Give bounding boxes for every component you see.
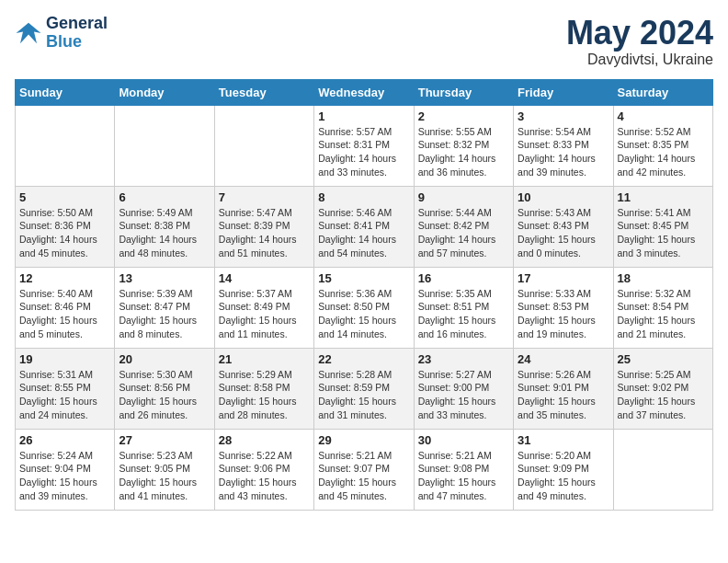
- day-number: 24: [518, 352, 609, 366]
- day-number: 21: [219, 352, 310, 366]
- calendar-cell: 26Sunrise: 5:24 AM Sunset: 9:04 PM Dayli…: [16, 429, 115, 510]
- day-number: 7: [219, 190, 310, 204]
- day-info: Sunrise: 5:52 AM Sunset: 8:35 PM Dayligh…: [618, 125, 709, 179]
- day-info: Sunrise: 5:22 AM Sunset: 9:06 PM Dayligh…: [219, 449, 310, 503]
- calendar-cell: 8Sunrise: 5:46 AM Sunset: 8:41 PM Daylig…: [314, 186, 414, 267]
- day-info: Sunrise: 5:24 AM Sunset: 9:04 PM Dayligh…: [19, 449, 110, 503]
- day-info: Sunrise: 5:31 AM Sunset: 8:55 PM Dayligh…: [19, 368, 110, 422]
- calendar-cell: 11Sunrise: 5:41 AM Sunset: 8:45 PM Dayli…: [613, 186, 712, 267]
- day-number: 13: [119, 271, 210, 285]
- day-info: Sunrise: 5:43 AM Sunset: 8:43 PM Dayligh…: [518, 206, 609, 260]
- header-saturday: Saturday: [613, 79, 712, 105]
- calendar-table: SundayMondayTuesdayWednesdayThursdayFrid…: [15, 79, 713, 511]
- calendar-cell: 4Sunrise: 5:52 AM Sunset: 8:35 PM Daylig…: [613, 105, 712, 186]
- day-number: 17: [518, 271, 609, 285]
- header-thursday: Thursday: [414, 79, 513, 105]
- calendar-cell: 12Sunrise: 5:40 AM Sunset: 8:46 PM Dayli…: [16, 267, 115, 348]
- logo: General Blue: [15, 15, 108, 52]
- week-row-1: 1Sunrise: 5:57 AM Sunset: 8:31 PM Daylig…: [16, 105, 713, 186]
- week-row-4: 19Sunrise: 5:31 AM Sunset: 8:55 PM Dayli…: [16, 348, 713, 429]
- header-wednesday: Wednesday: [314, 79, 414, 105]
- calendar-cell: [214, 105, 313, 186]
- calendar-cell: 27Sunrise: 5:23 AM Sunset: 9:05 PM Dayli…: [115, 429, 214, 510]
- day-info: Sunrise: 5:50 AM Sunset: 8:36 PM Dayligh…: [19, 206, 110, 260]
- day-number: 19: [19, 352, 110, 366]
- week-row-5: 26Sunrise: 5:24 AM Sunset: 9:04 PM Dayli…: [16, 429, 713, 510]
- day-info: Sunrise: 5:37 AM Sunset: 8:49 PM Dayligh…: [219, 287, 310, 341]
- calendar-cell: 18Sunrise: 5:32 AM Sunset: 8:54 PM Dayli…: [613, 267, 712, 348]
- day-info: Sunrise: 5:40 AM Sunset: 8:46 PM Dayligh…: [19, 287, 110, 341]
- day-info: Sunrise: 5:49 AM Sunset: 8:38 PM Dayligh…: [119, 206, 210, 260]
- day-info: Sunrise: 5:25 AM Sunset: 9:02 PM Dayligh…: [618, 368, 709, 422]
- day-number: 30: [418, 433, 509, 447]
- month-title: May 2024: [566, 15, 713, 52]
- calendar-cell: 22Sunrise: 5:28 AM Sunset: 8:59 PM Dayli…: [314, 348, 414, 429]
- day-number: 27: [119, 433, 210, 447]
- calendar-cell: 1Sunrise: 5:57 AM Sunset: 8:31 PM Daylig…: [314, 105, 414, 186]
- day-info: Sunrise: 5:47 AM Sunset: 8:39 PM Dayligh…: [219, 206, 310, 260]
- calendar-cell: [613, 429, 712, 510]
- calendar-cell: 2Sunrise: 5:55 AM Sunset: 8:32 PM Daylig…: [414, 105, 513, 186]
- calendar-cell: 13Sunrise: 5:39 AM Sunset: 8:47 PM Dayli…: [115, 267, 214, 348]
- day-number: 29: [318, 433, 409, 447]
- calendar-cell: 10Sunrise: 5:43 AM Sunset: 8:43 PM Dayli…: [514, 186, 613, 267]
- calendar-cell: 9Sunrise: 5:44 AM Sunset: 8:42 PM Daylig…: [414, 186, 513, 267]
- header-sunday: Sunday: [16, 79, 115, 105]
- day-number: 10: [518, 190, 609, 204]
- day-info: Sunrise: 5:35 AM Sunset: 8:51 PM Dayligh…: [418, 287, 509, 341]
- calendar-header-row: SundayMondayTuesdayWednesdayThursdayFrid…: [16, 79, 713, 105]
- day-number: 12: [19, 271, 110, 285]
- logo-icon: [15, 19, 42, 47]
- day-number: 22: [318, 352, 409, 366]
- day-number: 5: [19, 190, 110, 204]
- day-info: Sunrise: 5:36 AM Sunset: 8:50 PM Dayligh…: [318, 287, 409, 341]
- day-info: Sunrise: 5:30 AM Sunset: 8:56 PM Dayligh…: [119, 368, 210, 422]
- week-row-2: 5Sunrise: 5:50 AM Sunset: 8:36 PM Daylig…: [16, 186, 713, 267]
- calendar-cell: [16, 105, 115, 186]
- day-info: Sunrise: 5:27 AM Sunset: 9:00 PM Dayligh…: [418, 368, 509, 422]
- day-info: Sunrise: 5:44 AM Sunset: 8:42 PM Dayligh…: [418, 206, 509, 260]
- header-monday: Monday: [115, 79, 214, 105]
- calendar-cell: 5Sunrise: 5:50 AM Sunset: 8:36 PM Daylig…: [16, 186, 115, 267]
- day-info: Sunrise: 5:39 AM Sunset: 8:47 PM Dayligh…: [119, 287, 210, 341]
- calendar-cell: 24Sunrise: 5:26 AM Sunset: 9:01 PM Dayli…: [514, 348, 613, 429]
- svg-marker-0: [17, 23, 41, 44]
- calendar-cell: 29Sunrise: 5:21 AM Sunset: 9:07 PM Dayli…: [314, 429, 414, 510]
- day-info: Sunrise: 5:29 AM Sunset: 8:58 PM Dayligh…: [219, 368, 310, 422]
- day-number: 3: [518, 109, 609, 123]
- day-number: 26: [19, 433, 110, 447]
- day-number: 16: [418, 271, 509, 285]
- calendar-cell: 19Sunrise: 5:31 AM Sunset: 8:55 PM Dayli…: [16, 348, 115, 429]
- title-block: May 2024 Davydivtsi, Ukraine: [566, 15, 713, 68]
- calendar-cell: 3Sunrise: 5:54 AM Sunset: 8:33 PM Daylig…: [514, 105, 613, 186]
- day-info: Sunrise: 5:57 AM Sunset: 8:31 PM Dayligh…: [318, 125, 409, 179]
- calendar-cell: 28Sunrise: 5:22 AM Sunset: 9:06 PM Dayli…: [214, 429, 313, 510]
- day-info: Sunrise: 5:21 AM Sunset: 9:08 PM Dayligh…: [418, 449, 509, 503]
- calendar-cell: 31Sunrise: 5:20 AM Sunset: 9:09 PM Dayli…: [514, 429, 613, 510]
- day-number: 20: [119, 352, 210, 366]
- day-number: 8: [318, 190, 409, 204]
- calendar-cell: 23Sunrise: 5:27 AM Sunset: 9:00 PM Dayli…: [414, 348, 513, 429]
- day-info: Sunrise: 5:32 AM Sunset: 8:54 PM Dayligh…: [618, 287, 709, 341]
- day-number: 11: [618, 190, 709, 204]
- header-tuesday: Tuesday: [214, 79, 313, 105]
- day-info: Sunrise: 5:23 AM Sunset: 9:05 PM Dayligh…: [119, 449, 210, 503]
- calendar-cell: 25Sunrise: 5:25 AM Sunset: 9:02 PM Dayli…: [613, 348, 712, 429]
- day-info: Sunrise: 5:21 AM Sunset: 9:07 PM Dayligh…: [318, 449, 409, 503]
- calendar-cell: [115, 105, 214, 186]
- calendar-cell: 14Sunrise: 5:37 AM Sunset: 8:49 PM Dayli…: [214, 267, 313, 348]
- calendar-cell: 30Sunrise: 5:21 AM Sunset: 9:08 PM Dayli…: [414, 429, 513, 510]
- calendar-cell: 20Sunrise: 5:30 AM Sunset: 8:56 PM Dayli…: [115, 348, 214, 429]
- day-info: Sunrise: 5:33 AM Sunset: 8:53 PM Dayligh…: [518, 287, 609, 341]
- day-number: 14: [219, 271, 310, 285]
- header-friday: Friday: [514, 79, 613, 105]
- day-info: Sunrise: 5:46 AM Sunset: 8:41 PM Dayligh…: [318, 206, 409, 260]
- day-number: 6: [119, 190, 210, 204]
- page-header: General Blue May 2024 Davydivtsi, Ukrain…: [15, 15, 713, 68]
- day-number: 18: [618, 271, 709, 285]
- calendar-cell: 6Sunrise: 5:49 AM Sunset: 8:38 PM Daylig…: [115, 186, 214, 267]
- day-number: 2: [418, 109, 509, 123]
- calendar-cell: 17Sunrise: 5:33 AM Sunset: 8:53 PM Dayli…: [514, 267, 613, 348]
- day-info: Sunrise: 5:54 AM Sunset: 8:33 PM Dayligh…: [518, 125, 609, 179]
- day-info: Sunrise: 5:26 AM Sunset: 9:01 PM Dayligh…: [518, 368, 609, 422]
